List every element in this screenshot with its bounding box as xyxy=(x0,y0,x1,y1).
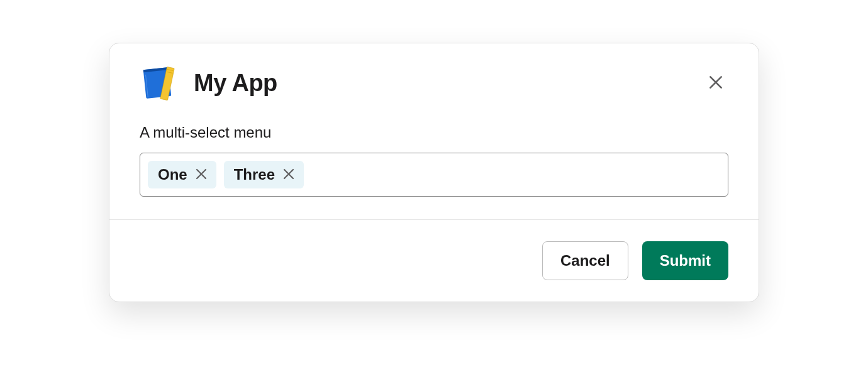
modal-body: A multi-select menu One Three xyxy=(109,117,759,219)
chip-remove-button[interactable] xyxy=(281,167,296,182)
modal-header: My App xyxy=(109,43,759,117)
cancel-button[interactable]: Cancel xyxy=(542,241,628,280)
chip-remove-button[interactable] xyxy=(194,167,209,182)
chip-label: One xyxy=(158,166,187,183)
modal-footer: Cancel Submit xyxy=(109,219,759,302)
multi-select-input[interactable]: One Three xyxy=(140,153,728,197)
modal-title: My App xyxy=(194,70,277,97)
modal-dialog: My App A multi-select menu One xyxy=(109,43,759,302)
multi-select-label: A multi-select menu xyxy=(140,124,728,141)
submit-button[interactable]: Submit xyxy=(642,241,728,280)
selected-chip: Three xyxy=(224,161,304,188)
chip-label: Three xyxy=(234,166,275,183)
close-button[interactable] xyxy=(703,70,728,95)
close-icon xyxy=(282,168,295,182)
close-icon xyxy=(195,168,208,182)
app-icon xyxy=(140,63,179,102)
close-icon xyxy=(708,74,724,92)
modal-header-left: My App xyxy=(140,63,277,102)
selected-chip: One xyxy=(148,161,216,188)
